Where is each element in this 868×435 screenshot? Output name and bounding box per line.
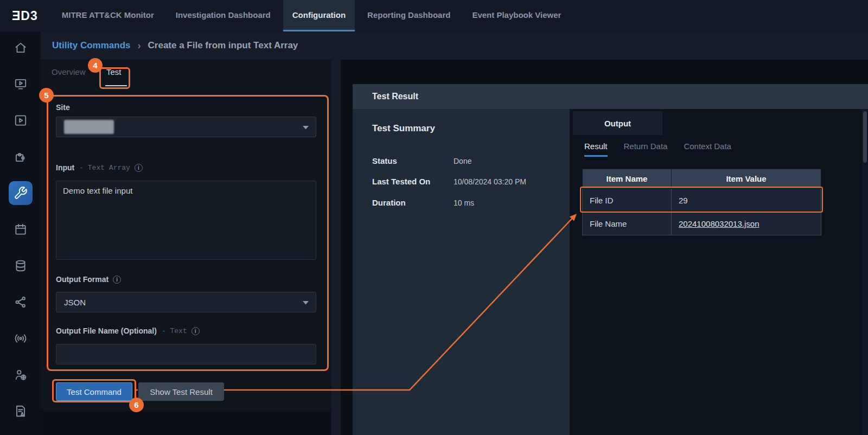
test-result-header: Test Result (353, 84, 868, 109)
duration-label: Duration (372, 198, 454, 207)
summary-row-last-tested: Last Tested On 10/08/2024 03:20 PM (372, 177, 526, 186)
file-download-link[interactable]: 20241008032013.json (679, 219, 759, 228)
nav-event-playbook-viewer[interactable]: Event Playbook Viewer (463, 0, 570, 31)
sidebar-item-integrations[interactable] (9, 145, 33, 169)
subtab-context-data[interactable]: Context Data (684, 142, 731, 157)
subtab-return-data[interactable]: Return Data (624, 142, 668, 157)
output-section: Output Result Return Data Context Data I… (570, 109, 868, 435)
info-icon[interactable] (113, 276, 121, 284)
test-summary-section: Test Summary Status Done Last Tested On … (353, 109, 570, 435)
last-tested-value: 10/08/2024 03:20 PM (454, 177, 526, 186)
table-header-row: Item Name Item Value (583, 169, 821, 189)
duration-value: 10 ms (454, 199, 474, 207)
monitor-play-icon (14, 77, 28, 91)
icon-sidebar (0, 31, 41, 435)
sidebar-item-broadcast[interactable] (9, 327, 33, 350)
tab-output[interactable]: Output (573, 111, 662, 135)
summary-row-status: Status Done (372, 156, 471, 165)
sidebar-item-dashboard[interactable] (9, 72, 33, 96)
tab-test[interactable]: Test (106, 67, 122, 76)
status-label: Status (372, 156, 454, 165)
test-summary-heading: Test Summary (372, 123, 435, 134)
sidebar-item-playbooks[interactable] (9, 108, 33, 132)
header-item-value: Item Value (672, 169, 821, 189)
nav-mitre-attack-monitor[interactable]: MITRE ATT&CK Monitor (53, 0, 163, 31)
input-type-hint: - Text Array (79, 164, 130, 172)
output-file-type-hint: - Text (162, 327, 187, 335)
breadcrumb: Utility Commands › Create a File from in… (41, 31, 868, 60)
database-icon (14, 259, 28, 273)
status-value: Done (454, 157, 471, 165)
result-table: Item Name Item Value File ID 29 File Nam… (582, 169, 821, 235)
site-label: Site (56, 103, 70, 112)
panel-bottom-strip (41, 411, 331, 435)
chevron-down-icon (303, 301, 309, 305)
sidebar-item-utility-commands[interactable] (9, 181, 33, 205)
output-file-name-label: Output File Name (Optional) - Text (56, 327, 200, 335)
sidebar-item-audit-forms[interactable] (9, 399, 33, 423)
subtab-result[interactable]: Result (584, 142, 608, 157)
table-row-file-name: File Name 20241008032013.json (583, 212, 821, 235)
file-name-value-cell: 20241008032013.json (672, 212, 821, 235)
broadcast-signal-icon (14, 331, 28, 346)
output-format-select[interactable]: JSON (56, 292, 316, 312)
breadcrumb-separator: › (138, 40, 141, 52)
output-format-label: Output Format (56, 275, 121, 284)
header-item-name: Item Name (583, 169, 672, 189)
summary-row-duration: Duration 10 ms (372, 198, 474, 207)
input-textarea[interactable]: Demo text file input (56, 181, 316, 260)
tab-test-active-indicator (105, 85, 127, 86)
chevron-down-icon (303, 126, 309, 130)
input-label: Input - Text Array (56, 163, 143, 172)
puzzle-icon (14, 150, 28, 164)
left-panel-scrollbar[interactable] (331, 60, 341, 435)
output-scrollbar-thumb[interactable] (863, 111, 867, 163)
share-network-icon (14, 295, 28, 309)
nav-investigation-dashboard[interactable]: Investigation Dashboard (167, 0, 280, 31)
show-test-result-button[interactable]: Show Test Result (138, 382, 224, 401)
output-file-name-input[interactable] (56, 344, 316, 364)
table-row-file-id: File ID 29 (583, 189, 821, 212)
audit-form-icon (14, 404, 28, 418)
test-result-panel: Test Result Test Summary Status Done Las… (353, 84, 868, 435)
breadcrumb-utility-commands[interactable]: Utility Commands (52, 40, 131, 51)
user-globe-icon (14, 368, 28, 382)
video-play-icon (14, 113, 28, 127)
info-icon[interactable] (192, 327, 200, 335)
top-navigation: ƎD3 MITRE ATT&CK Monitor Investigation D… (0, 0, 868, 31)
output-scrollbar-track (862, 109, 868, 435)
nav-configuration[interactable]: Configuration (283, 0, 355, 31)
sidebar-item-user-portal[interactable] (9, 363, 33, 387)
file-id-value-cell: 29 (672, 189, 821, 212)
command-test-panel: Overview Test Site Input - Text Array De… (41, 60, 331, 435)
site-select[interactable] (56, 117, 316, 137)
sidebar-item-data-sources[interactable] (9, 254, 33, 278)
home-icon (14, 41, 28, 55)
wrench-icon (14, 186, 28, 200)
output-subtabs: Result Return Data Context Data (584, 142, 731, 157)
nav-reporting-dashboard[interactable]: Reporting Dashboard (358, 0, 459, 31)
info-icon[interactable] (135, 164, 143, 172)
test-result-title: Test Result (372, 92, 418, 101)
last-tested-label: Last Tested On (372, 177, 454, 186)
sidebar-item-calendar[interactable] (9, 218, 33, 241)
calendar-icon (14, 222, 28, 236)
output-format-value: JSON (64, 298, 86, 307)
file-name-name-cell: File Name (583, 212, 672, 235)
page-title: Create a File from input Text Array (148, 40, 298, 51)
sidebar-item-home[interactable] (9, 36, 33, 60)
file-id-name-cell: File ID (583, 189, 672, 212)
tab-overview[interactable]: Overview (52, 67, 86, 76)
sidebar-item-connections[interactable] (9, 290, 33, 314)
test-command-button[interactable]: Test Command (56, 382, 132, 401)
redacted-site-value (64, 120, 114, 134)
d3-logo: ƎD3 (0, 0, 51, 31)
